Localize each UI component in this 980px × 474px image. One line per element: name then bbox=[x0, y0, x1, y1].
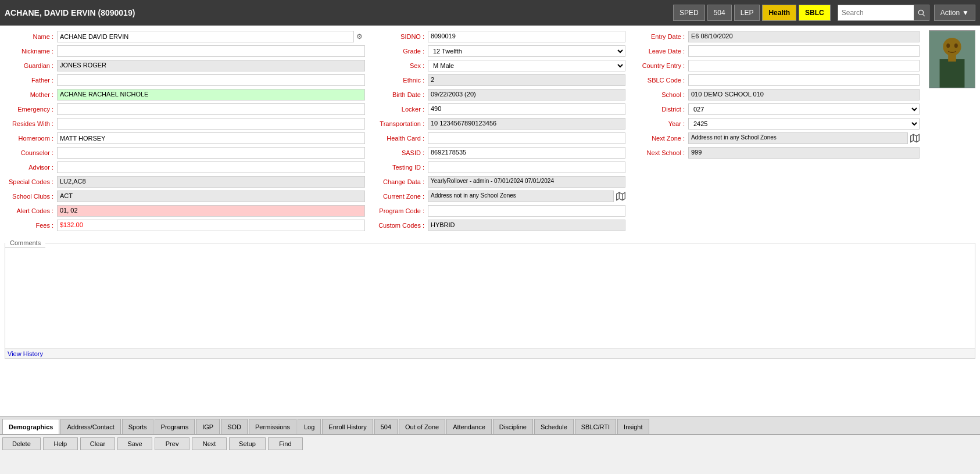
tab-insight[interactable]: Insight bbox=[617, 419, 649, 434]
view-history-link[interactable]: View History bbox=[5, 349, 975, 358]
help-button[interactable]: Help bbox=[43, 437, 78, 450]
fees-row: Fees : $132.00 bbox=[5, 219, 365, 232]
tab-igp[interactable]: IGP bbox=[196, 419, 220, 434]
tab-sod[interactable]: SOD bbox=[221, 419, 248, 434]
special-codes-label: Special Codes : bbox=[5, 178, 57, 185]
counselor-row: Counselor : bbox=[5, 146, 365, 159]
current-zone-map-icon[interactable] bbox=[616, 192, 625, 201]
testing-id-row: Testing ID : bbox=[370, 161, 625, 174]
form-section: Name : ACHANE DAVID ERVIN ⚙ Nickname : G… bbox=[5, 30, 975, 234]
prev-button[interactable]: Prev bbox=[155, 437, 189, 450]
svg-point-0 bbox=[918, 10, 923, 15]
sblc-header-button[interactable]: SBLC bbox=[799, 5, 831, 21]
year-select[interactable]: 2425 bbox=[688, 118, 920, 130]
ethnic-value: 2 bbox=[428, 74, 625, 86]
sidno-row: SIDNO : 8090019 bbox=[370, 30, 625, 43]
comments-textarea[interactable] bbox=[5, 248, 975, 347]
svg-line-1 bbox=[922, 14, 925, 16]
next-zone-row: Next Zone : Address not in any School Zo… bbox=[630, 132, 920, 145]
svg-marker-2 bbox=[617, 192, 625, 200]
fees-value: $132.00 bbox=[57, 220, 365, 231]
tab-demographics[interactable]: Demographics bbox=[2, 419, 59, 434]
school-clubs-label: School Clubs : bbox=[5, 193, 57, 200]
header: ACHANE, DAVID ERVIN (8090019) SPED 504 L… bbox=[0, 0, 980, 26]
svg-rect-10 bbox=[940, 59, 965, 88]
tab-programs[interactable]: Programs bbox=[155, 419, 195, 434]
next-school-label: Next School : bbox=[630, 149, 688, 156]
student-photo-container bbox=[929, 30, 975, 161]
testing-id-value bbox=[428, 161, 625, 173]
tab-schedule[interactable]: Schedule bbox=[534, 419, 574, 434]
homeroom-input[interactable] bbox=[57, 132, 365, 144]
program-code-row: Program Code : bbox=[370, 204, 625, 217]
father-label: Father : bbox=[5, 77, 57, 84]
homeroom-row: Homeroom : bbox=[5, 132, 365, 145]
tab-log[interactable]: Log bbox=[298, 419, 321, 434]
school-clubs-row: School Clubs : ACT bbox=[5, 190, 365, 203]
sped-button[interactable]: SPED bbox=[673, 5, 705, 21]
advisor-input[interactable] bbox=[57, 161, 365, 173]
program-code-value bbox=[428, 205, 625, 217]
sblc-code-input[interactable] bbox=[688, 74, 920, 86]
gear-icon[interactable]: ⚙ bbox=[356, 33, 363, 41]
sex-label: Sex : bbox=[370, 62, 428, 69]
guardian-label: Guardian : bbox=[5, 62, 57, 69]
school-row: School : 010 DEMO SCHOOL 010 bbox=[630, 88, 920, 101]
leave-date-label: Leave Date : bbox=[630, 48, 688, 55]
counselor-input[interactable] bbox=[57, 147, 365, 159]
grade-select[interactable]: 12 Twelfth bbox=[428, 45, 625, 57]
name-label: Name : bbox=[5, 33, 57, 40]
leave-date-value bbox=[688, 45, 920, 57]
leave-date-row: Leave Date : bbox=[630, 45, 920, 58]
comments-section: Comments View History bbox=[5, 238, 975, 359]
svg-point-12 bbox=[946, 44, 950, 48]
setup-button[interactable]: Setup bbox=[229, 437, 266, 450]
custom-codes-row: Custom Codes : HYBRID bbox=[370, 219, 625, 232]
guardian-value: JONES ROGER bbox=[57, 60, 365, 71]
right-column: Entry Date : E6 08/10/2020 Leave Date : … bbox=[630, 30, 975, 234]
resides-with-label: Resides With : bbox=[5, 120, 57, 127]
health-card-row: Health Card : bbox=[370, 132, 625, 145]
change-data-row: Change Data : YearlyRollover - admin - 0… bbox=[370, 175, 625, 188]
clear-button[interactable]: Clear bbox=[80, 437, 115, 450]
action-button[interactable]: Action ▼ bbox=[934, 5, 975, 21]
tab-504[interactable]: 504 bbox=[374, 419, 398, 434]
next-zone-map-icon[interactable] bbox=[910, 134, 920, 143]
search-input[interactable] bbox=[838, 5, 914, 20]
sasid-label: SASID : bbox=[370, 149, 428, 156]
delete-button[interactable]: Delete bbox=[2, 437, 41, 450]
sasid-value: 8692178535 bbox=[428, 147, 625, 159]
tab-permissions[interactable]: Permissions bbox=[249, 419, 296, 434]
special-codes-row: Special Codes : LU2,AC8 bbox=[5, 175, 365, 188]
next-school-row: Next School : 999 bbox=[630, 146, 920, 159]
district-label: District : bbox=[630, 106, 688, 113]
tab-sports[interactable]: Sports bbox=[122, 419, 153, 434]
sex-select[interactable]: M Male bbox=[428, 60, 625, 71]
district-select[interactable]: 027 bbox=[688, 103, 920, 115]
search-icon-button[interactable] bbox=[914, 5, 929, 20]
health-card-label: Health Card : bbox=[370, 135, 428, 142]
tab-discipline[interactable]: Discipline bbox=[493, 419, 533, 434]
tab-sblc-rti[interactable]: SBLC/RTI bbox=[575, 419, 616, 434]
fees-label: Fees : bbox=[5, 222, 57, 229]
svg-marker-5 bbox=[911, 134, 920, 142]
save-button[interactable]: Save bbox=[117, 437, 152, 450]
guardian-row: Guardian : JONES ROGER bbox=[5, 59, 365, 72]
main-content: Name : ACHANE DAVID ERVIN ⚙ Nickname : G… bbox=[0, 26, 980, 416]
comments-legend: Comments bbox=[5, 238, 45, 248]
tab-address-contact[interactable]: Address/Contact bbox=[60, 419, 120, 434]
current-zone-row: Current Zone : Address not in any School… bbox=[370, 190, 625, 203]
504-header-button[interactable]: 504 bbox=[707, 5, 732, 21]
next-button[interactable]: Next bbox=[192, 437, 227, 450]
tab-attendance[interactable]: Attendance bbox=[446, 419, 492, 434]
tab-out-of-zone[interactable]: Out of Zone bbox=[399, 419, 445, 434]
custom-codes-value: HYBRID bbox=[428, 220, 625, 231]
find-button[interactable]: Find bbox=[268, 437, 303, 450]
change-data-value: YearlyRollover - admin - 07/01/2024 07/0… bbox=[428, 176, 625, 188]
transportation-row: Transportation : 10 1234567890123456 bbox=[370, 117, 625, 130]
svg-point-9 bbox=[943, 38, 961, 56]
tab-enroll-history[interactable]: Enroll History bbox=[322, 419, 373, 434]
birth-date-value: 09/22/2003 (20) bbox=[428, 89, 625, 100]
lep-button[interactable]: LEP bbox=[734, 5, 760, 21]
health-button[interactable]: Health bbox=[762, 5, 796, 21]
